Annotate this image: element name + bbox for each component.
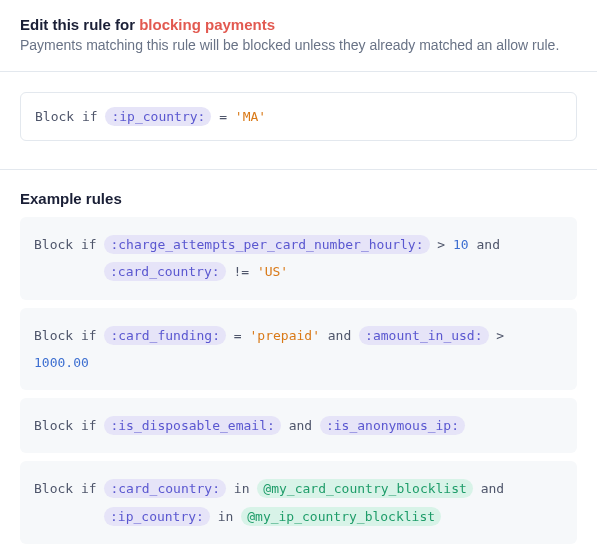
keyword-token: and	[477, 237, 500, 252]
list-token: @my_card_country_blocklist	[257, 479, 473, 498]
keyword-token: in	[234, 481, 250, 496]
keyword-token: Block if	[34, 237, 97, 252]
keyword-token: Block if	[34, 328, 97, 343]
editor-operator: =	[219, 109, 227, 124]
examples-heading: Example rules	[20, 190, 577, 207]
page-title: Edit this rule for blocking payments	[20, 16, 577, 33]
title-prefix: Edit this rule for	[20, 16, 139, 33]
example-rule: Block if :is_disposable_email: and :is_a…	[20, 398, 577, 453]
field-token: :card_country:	[104, 262, 226, 281]
editor-field-token: :ip_country:	[105, 107, 211, 126]
keyword-token: and	[481, 481, 504, 496]
field-token: :is_disposable_email:	[104, 416, 280, 435]
example-rule: Block if :charge_attempts_per_card_numbe…	[20, 217, 577, 300]
rule-editor[interactable]: Block if :ip_country: = 'MA'	[20, 92, 577, 141]
field-token: :is_anonymous_ip:	[320, 416, 465, 435]
page-subtitle: Payments matching this rule will be bloc…	[20, 37, 577, 53]
editor-keyword: Block if	[35, 109, 98, 124]
number-token: 10	[453, 237, 469, 252]
field-token: :card_funding:	[104, 326, 226, 345]
field-token: :amount_in_usd:	[359, 326, 488, 345]
field-token: :ip_country:	[104, 507, 210, 526]
divider	[0, 169, 597, 170]
list-token: @my_ip_country_blocklist	[241, 507, 441, 526]
keyword-token: in	[218, 509, 234, 524]
divider	[0, 71, 597, 72]
keyword-token: Block if	[34, 481, 97, 496]
field-token: :charge_attempts_per_card_number_hourly:	[104, 235, 429, 254]
editor-value: 'MA'	[235, 109, 266, 124]
example-rule: Block if :card_country: in @my_card_coun…	[20, 461, 577, 544]
keyword-token: and	[289, 418, 312, 433]
keyword-token: Block if	[34, 418, 97, 433]
keyword-token: and	[328, 328, 351, 343]
example-rule: Block if :card_funding: = 'prepaid' and …	[20, 308, 577, 391]
operator-token: >	[437, 237, 445, 252]
operator-token: !=	[233, 264, 249, 279]
number-token: 1000.00	[34, 355, 89, 370]
field-token: :card_country:	[104, 479, 226, 498]
operator-token: >	[496, 328, 504, 343]
title-accent: blocking payments	[139, 16, 275, 33]
string-token: 'US'	[257, 264, 288, 279]
operator-token: =	[234, 328, 242, 343]
string-token: 'prepaid'	[250, 328, 320, 343]
